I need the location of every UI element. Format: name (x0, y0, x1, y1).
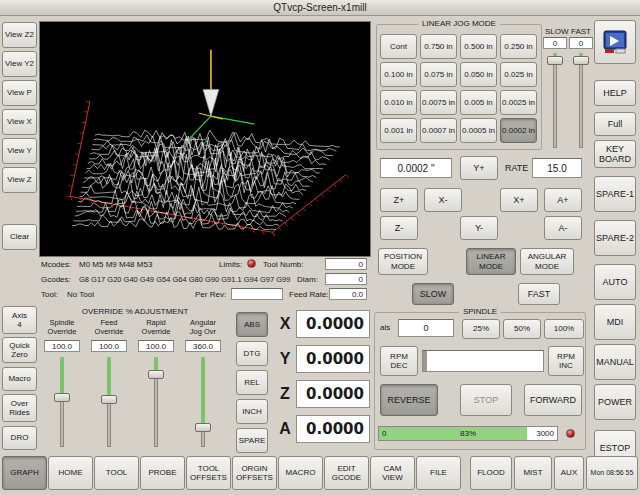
spare2-button[interactable]: SPARE-2 (594, 220, 636, 256)
jog-inc-button[interactable]: 0.0005 in (460, 118, 497, 143)
axis-4-button[interactable]: Axis 4 (2, 306, 37, 334)
full-button[interactable]: Full (594, 112, 636, 136)
tool-numb-value: 0 (325, 258, 367, 270)
exit-screen-icon (602, 29, 628, 55)
position-mode-button[interactable]: POSITION MODE (378, 248, 428, 275)
dro-dtg-button[interactable]: DTG (236, 341, 268, 366)
dro-abs-button[interactable]: ABS (236, 312, 268, 337)
angular-jog-override-slider[interactable] (194, 357, 212, 447)
spindle-als-value[interactable]: 0 (398, 319, 454, 337)
tab-probe-button[interactable]: PROBE (140, 456, 185, 490)
view-p-button[interactable]: View P (2, 80, 37, 106)
macro-nav-button[interactable]: Macro (2, 367, 37, 391)
mdi-button[interactable]: MDI (594, 304, 636, 340)
spindle-override-slider[interactable] (53, 357, 71, 447)
keyboard-button[interactable]: KEY BOARD (594, 140, 636, 168)
jog-inc-button[interactable]: 0.010 in (380, 90, 417, 115)
view-clear-button[interactable]: Clear (2, 224, 37, 250)
override-title: OVERRIDE % ADJUSTMENT (38, 307, 232, 316)
jog-inc-selected-button[interactable]: 0.0002 in (500, 118, 537, 143)
jog-inc-button[interactable]: 0.025 in (500, 62, 537, 87)
aux-button[interactable]: AUX (554, 456, 584, 490)
spindle-100-button[interactable]: 100% (544, 319, 584, 339)
jog-x-minus-button[interactable]: X- (424, 188, 462, 212)
exit-screen-button[interactable] (594, 20, 636, 64)
jog-inc-button[interactable]: 0.075 in (420, 62, 457, 87)
jog-rate-display: 15.0 (532, 158, 582, 178)
jog-slow-slider[interactable] (546, 53, 564, 148)
dro-rel-button[interactable]: REL (236, 370, 268, 395)
jog-y-plus-button[interactable]: Y+ (460, 156, 498, 180)
view-z2-button[interactable]: View Z2 (2, 22, 37, 48)
slider-handle[interactable] (54, 393, 70, 402)
jog-fast-slider[interactable] (572, 53, 590, 148)
jog-inc-button[interactable]: 0.500 in (460, 34, 497, 59)
tab-home-button[interactable]: HOME (48, 456, 93, 490)
view-x-button[interactable]: View X (2, 109, 37, 135)
dro-spare-button[interactable]: SPARE (236, 428, 268, 453)
tab-edit-gcode-button[interactable]: EDIT GCODE (324, 456, 369, 490)
tab-cam-view-button[interactable]: CAM VIEW (370, 456, 415, 490)
jog-inc-button[interactable]: 0.0007 in (420, 118, 457, 143)
spindle-25-button[interactable]: 25% (462, 319, 500, 339)
jog-fast-value: 0 (569, 37, 593, 49)
manual-button[interactable]: MANUAL (594, 344, 636, 380)
mist-button[interactable]: MIST (514, 456, 552, 490)
spare1-button[interactable]: SPARE-1 (594, 176, 636, 212)
feed-override-slider[interactable] (100, 357, 118, 447)
quick-zero-button[interactable]: Quick Zero (2, 337, 37, 363)
tab-file-button[interactable]: FILE (416, 456, 461, 490)
tab-macro-button[interactable]: MACRO (278, 456, 323, 490)
view-y-button[interactable]: View Y (2, 138, 37, 164)
slider-handle[interactable] (573, 56, 589, 65)
spindle-forward-button[interactable]: FORWARD (524, 384, 582, 416)
jog-inc-button[interactable]: 0.100 in (380, 62, 417, 87)
slider-handle[interactable] (101, 395, 117, 404)
rpm-dec-button[interactable]: RPM DEC (380, 346, 418, 376)
dro-button[interactable]: DRO (2, 426, 37, 450)
jog-y-minus-button[interactable]: Y- (460, 216, 498, 240)
feed-override-label: Feed Override (87, 318, 131, 336)
jog-inc-button[interactable]: 0.001 in (380, 118, 417, 143)
spindle-50-button[interactable]: 50% (503, 319, 541, 339)
tab-tool-offsets-button[interactable]: TOOL OFFSETS (186, 456, 231, 490)
jog-z-plus-button[interactable]: Z+ (380, 188, 418, 212)
jog-a-plus-button[interactable]: A+ (544, 188, 582, 212)
spindle-reverse-button[interactable]: REVERSE (380, 384, 438, 416)
jog-fast-button[interactable]: FAST (518, 283, 560, 305)
jog-a-minus-button[interactable]: A- (544, 216, 582, 240)
dro-inch-button[interactable]: INCH (236, 399, 268, 424)
rpm-inc-button[interactable]: RPM INC (548, 346, 584, 376)
tab-tool-button[interactable]: TOOL (94, 456, 139, 490)
angular-mode-button[interactable]: ANGULAR MODE (520, 248, 574, 275)
overrides-button[interactable]: Over Rides (2, 394, 37, 422)
view-y2-button[interactable]: View Y2 (2, 51, 37, 77)
jog-inc-button[interactable]: 0.0025 in (500, 90, 537, 115)
help-button[interactable]: HELP (594, 80, 636, 106)
spindle-bar-percent: 83% (460, 429, 476, 438)
window-titlebar: QTvcp-Screen-x1mill (0, 0, 640, 16)
flood-button[interactable]: FLOOD (470, 456, 512, 490)
jog-inc-button[interactable]: 0.050 in (460, 62, 497, 87)
jog-slow-button[interactable]: SLOW (412, 283, 454, 305)
view-z-button[interactable]: View Z (2, 167, 37, 193)
auto-button[interactable]: AUTO (594, 264, 636, 300)
jog-inc-button[interactable]: 0.250 in (500, 34, 537, 59)
power-button[interactable]: POWER (594, 384, 636, 420)
dro-z-value: 0.0000 (296, 380, 370, 408)
gcode-graphics-view[interactable] (39, 21, 371, 257)
tab-origin-offsets-button[interactable]: ORGIN OFFSETS (232, 456, 277, 490)
jog-x-plus-button[interactable]: X+ (500, 188, 538, 212)
tab-graph-button[interactable]: GRAPH (2, 456, 47, 490)
spindle-stop-button[interactable]: STOP (460, 384, 512, 416)
jog-inc-button[interactable]: 0.0075 in (420, 90, 457, 115)
slider-handle[interactable] (547, 56, 563, 65)
linear-mode-button[interactable]: LINEAR MODE (466, 248, 516, 275)
rapid-override-slider[interactable] (147, 357, 165, 447)
jog-inc-button[interactable]: 0.750 in (420, 34, 457, 59)
jog-inc-cont-button[interactable]: Cont (380, 34, 417, 59)
slider-handle[interactable] (195, 423, 211, 432)
slider-handle[interactable] (148, 370, 164, 379)
jog-z-minus-button[interactable]: Z- (380, 216, 418, 240)
jog-inc-button[interactable]: 0.005 in (460, 90, 497, 115)
